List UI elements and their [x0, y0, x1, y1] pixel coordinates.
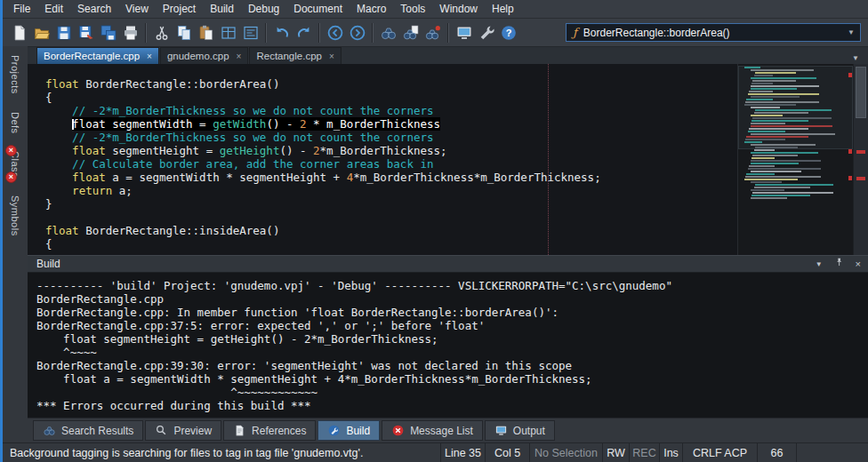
symbol-combo[interactable]: ƒ BorderRectangle::borderArea() ▼ [566, 23, 861, 42]
menu-item-project[interactable]: Project [156, 0, 203, 18]
chevron-down-icon[interactable]: ▼ [816, 260, 823, 268]
status-cell-line-35[interactable]: Line 35 [440, 443, 485, 462]
back-icon[interactable] [324, 21, 346, 44]
menu-item-debug[interactable]: Debug [241, 0, 286, 18]
build-output-line[interactable]: BorderRectangle.cpp:37:5: error: expecte… [36, 319, 868, 332]
code-line[interactable]: float BorderRectangle::insideArea() [45, 224, 737, 237]
close-icon[interactable]: × [237, 52, 242, 61]
code-line[interactable]: { [45, 237, 737, 251]
code-token: *m_BorderThickness; [320, 144, 447, 157]
copy-icon[interactable] [173, 21, 195, 44]
error-marker-icon[interactable]: × [5, 145, 17, 156]
tab-overflow-button[interactable]: ▼ [847, 52, 864, 64]
editor-tab-gnudemo-cpp[interactable]: gnudemo.cpp× [160, 47, 249, 64]
bottom-tab-search-results[interactable]: Search Results [33, 420, 143, 441]
editor-scrollbar[interactable] [853, 64, 868, 255]
selective-display-icon[interactable] [239, 21, 261, 44]
editor-tab-borderrectangle-cpp[interactable]: BorderRectangle.cpp× [36, 47, 159, 64]
bottom-tab-references[interactable]: References [223, 420, 316, 441]
build-output-line[interactable]: BorderRectangle.cpp:39:30: error: 'segme… [36, 359, 868, 372]
pin-icon[interactable] [833, 257, 845, 271]
open-file-icon[interactable] [30, 21, 52, 44]
code-line[interactable]: float segmentHeight = getHeight() - 2*m_… [45, 144, 737, 157]
minimap[interactable] [737, 64, 853, 255]
code-pane[interactable]: float BorderRectangle::borderArea(){ // … [28, 64, 737, 255]
save-icon[interactable] [52, 21, 75, 44]
code-line[interactable]: { [45, 91, 737, 104]
monitor-icon [494, 424, 508, 437]
code-line[interactable]: // -2*m_BorderThickness so we do not cou… [45, 131, 737, 144]
code-line[interactable]: float a = segmentWidth * segmentHeight +… [45, 171, 737, 184]
build-output-line[interactable]: BorderRectangle.cpp: In member function … [36, 306, 868, 319]
menu-item-view[interactable]: View [118, 0, 156, 18]
build-output-line[interactable]: *** Errors occurred during this build **… [36, 399, 868, 412]
menu-item-window[interactable]: Window [432, 0, 485, 18]
status-cell-66[interactable]: 66 [757, 443, 796, 462]
save-as-icon[interactable] [75, 21, 97, 44]
close-icon[interactable]: × [147, 52, 152, 61]
replace-icon[interactable] [422, 21, 444, 44]
error-marker-icon[interactable]: × [5, 171, 17, 183]
status-cell-crlf-acp[interactable]: CRLF ACP [682, 443, 757, 462]
menu-item-search[interactable]: Search [70, 0, 118, 18]
find-icon[interactable] [377, 21, 399, 44]
undo-icon[interactable] [270, 21, 293, 44]
editor-tab-rectangle-cpp[interactable]: Rectangle.cpp× [249, 47, 341, 64]
new-file-icon[interactable] [8, 21, 30, 44]
close-icon[interactable]: × [329, 52, 334, 61]
build-output-line[interactable]: float a = segmentWidth * segmentHeight +… [36, 372, 868, 386]
sidebar-tab-symbols[interactable]: Symbols [10, 190, 20, 242]
options-icon[interactable] [475, 21, 497, 44]
code-line[interactable] [45, 211, 737, 224]
menu-item-macro[interactable]: Macro [350, 0, 393, 18]
menu-item-help[interactable]: Help [485, 0, 521, 18]
format-block-icon[interactable] [217, 21, 239, 44]
sidebar-tab-defs[interactable]: Defs [10, 107, 20, 139]
code-line[interactable]: float segmentWidth = getWidth() - 2 * m_… [45, 117, 737, 131]
status-cell-rw[interactable]: RW [602, 443, 629, 462]
toolbar-separator [318, 23, 320, 43]
scrollbar-thumb[interactable] [856, 67, 866, 118]
menu-item-file[interactable]: File [6, 0, 37, 18]
sidebar-tab-projects[interactable]: Projects [10, 50, 20, 100]
code-area[interactable]: float BorderRectangle::borderArea(){ // … [28, 64, 737, 255]
build-output[interactable]: ---------- 'build' Project: 'gnudemo.vpj… [28, 273, 868, 418]
menu-item-edit[interactable]: Edit [37, 0, 70, 18]
bottom-tab-label: References [252, 425, 306, 437]
help-icon[interactable]: ? [497, 21, 519, 44]
diff-icon[interactable] [453, 21, 475, 44]
code-token: float [72, 144, 106, 157]
status-cell-rec[interactable]: REC [629, 443, 659, 462]
print-icon[interactable] [119, 21, 141, 44]
bottom-tab-label: Build [346, 425, 370, 437]
cut-icon[interactable] [150, 21, 173, 44]
redo-icon[interactable] [293, 21, 315, 44]
find-in-files-icon[interactable] [399, 21, 422, 44]
code-line[interactable]: return a; [45, 184, 737, 197]
close-icon[interactable]: × [856, 259, 861, 269]
code-line[interactable]: // Calculate border area, add the corner… [45, 157, 737, 171]
save-all-icon[interactable] [97, 21, 119, 44]
build-output-line[interactable]: ^~~~~~~~~~~~~ [36, 386, 868, 399]
build-output-line[interactable]: BorderRectangle.cpp [36, 292, 868, 306]
status-cell-ins[interactable]: Ins [659, 443, 682, 462]
forward-icon[interactable] [346, 21, 368, 44]
editor-zone: float BorderRectangle::borderArea(){ // … [28, 64, 868, 255]
build-output-line[interactable]: ^~~~~ [36, 346, 868, 359]
status-cell-col-5[interactable]: Col 5 [485, 443, 529, 462]
build-output-line[interactable]: ---------- 'build' Project: 'gnudemo.vpj… [36, 279, 868, 292]
bottom-tab-message-list[interactable]: Message List [382, 420, 483, 441]
status-cell-no-selection[interactable]: No Selection [529, 443, 602, 462]
paste-icon[interactable] [195, 21, 217, 44]
build-output-line[interactable]: float segmentHeight = getHeight() - 2*m_… [36, 332, 868, 346]
chevron-down-icon[interactable]: ▼ [844, 28, 858, 36]
menu-item-build[interactable]: Build [203, 0, 241, 18]
code-line[interactable]: float BorderRectangle::borderArea() [45, 77, 737, 91]
bottom-tab-build[interactable]: Build [317, 420, 380, 441]
code-line[interactable]: // -2*m_BorderThickness so we do not cou… [45, 104, 737, 117]
bottom-tab-preview[interactable]: Preview [145, 420, 221, 441]
bottom-tab-output[interactable]: Output [485, 420, 555, 441]
code-line[interactable]: } [45, 197, 737, 211]
menu-item-document[interactable]: Document [286, 0, 350, 18]
menu-item-tools[interactable]: Tools [393, 0, 432, 18]
